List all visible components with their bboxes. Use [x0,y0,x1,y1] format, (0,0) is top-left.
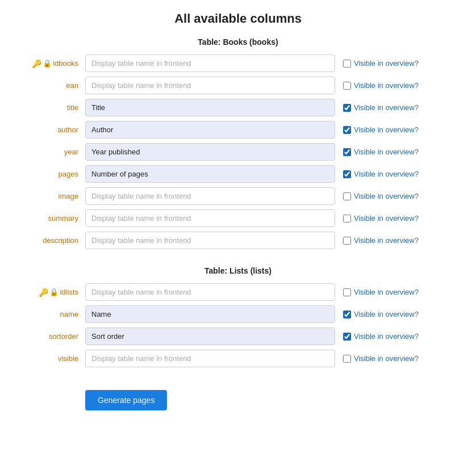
column-input-wrapper-visible [85,350,335,367]
books-section-title: Table: Books (books) [11,37,465,47]
column-input-wrapper-idbooks [85,54,335,72]
table-row: eanVisible in overview? [11,77,465,94]
column-input-wrapper-sortorder [85,328,335,345]
column-input-wrapper-ean [85,77,335,94]
table-row: authorVisible in overview? [11,121,465,139]
visible-checkbox-author[interactable] [343,126,351,134]
visible-checkbox-wrapper-visible: Visible in overview? [343,354,434,363]
column-input-idbooks[interactable] [85,54,335,72]
label-text: idbooks [53,59,78,68]
table-row: titleVisible in overview? [11,99,465,116]
table-row: visibleVisible in overview? [11,350,465,367]
column-input-image[interactable] [85,187,335,205]
column-label-name: name [11,310,85,318]
table-row: imageVisible in overview? [11,187,465,205]
column-input-pages[interactable] [85,165,335,183]
column-label-image: image [11,192,85,200]
lock-icon: 🔒 [49,288,59,296]
column-input-description[interactable] [85,232,335,249]
visible-label-summary: Visible in overview? [354,214,419,223]
visible-label-author: Visible in overview? [354,125,419,134]
visible-checkbox-idbooks[interactable] [343,60,351,68]
column-input-name[interactable] [85,305,335,323]
visible-label-idlists: Visible in overview? [354,288,419,296]
column-input-wrapper-title [85,99,335,116]
column-input-title[interactable] [85,99,335,116]
visible-label-sortorder: Visible in overview? [354,332,419,341]
column-label-sortorder: sortorder [11,332,85,341]
generate-button[interactable]: Generate pages [85,390,167,410]
visible-checkbox-wrapper-image: Visible in overview? [343,192,434,200]
visible-checkbox-pages[interactable] [343,170,351,178]
visible-checkbox-ean[interactable] [343,82,351,90]
visible-checkbox-title[interactable] [343,104,351,112]
key-icon: 🔑 [39,288,48,297]
column-label-ean: ean [11,81,85,90]
table-row: 🔑🔒idlistsVisible in overview? [11,283,465,301]
lists-section: Table: Lists (lists) 🔑🔒idlistsVisible in… [11,266,465,367]
visible-label-description: Visible in overview? [354,236,419,245]
visible-label-image: Visible in overview? [354,192,419,200]
visible-checkbox-summary[interactable] [343,215,351,223]
visible-checkbox-wrapper-author: Visible in overview? [343,125,434,134]
visible-checkbox-wrapper-ean: Visible in overview? [343,81,434,90]
table-row: 🔑🔒idbooksVisible in overview? [11,54,465,72]
table-row: nameVisible in overview? [11,305,465,323]
column-input-wrapper-name [85,305,335,323]
visible-checkbox-name[interactable] [343,310,351,318]
column-input-wrapper-idlists [85,283,335,301]
column-label-author: author [11,125,85,134]
column-input-author[interactable] [85,121,335,139]
visible-checkbox-image[interactable] [343,192,351,200]
table-row: sortorderVisible in overview? [11,328,465,345]
column-label-pages: pages [11,170,85,178]
column-input-wrapper-summary [85,209,335,227]
visible-label-year: Visible in overview? [354,148,419,156]
column-input-wrapper-description [85,232,335,249]
visible-checkbox-wrapper-sortorder: Visible in overview? [343,332,434,341]
column-input-wrapper-pages [85,165,335,183]
visible-checkbox-wrapper-pages: Visible in overview? [343,170,434,178]
lock-icon: 🔒 [43,59,52,68]
visible-checkbox-idlists[interactable] [343,288,351,296]
column-label-idbooks: 🔑🔒idbooks [11,59,85,68]
column-input-sortorder[interactable] [85,328,335,345]
table-row: yearVisible in overview? [11,143,465,161]
visible-checkbox-wrapper-summary: Visible in overview? [343,214,434,223]
column-label-title: title [11,103,85,112]
visible-checkbox-wrapper-title: Visible in overview? [343,103,434,112]
column-label-summary: summary [11,214,85,223]
table-row: summaryVisible in overview? [11,209,465,227]
visible-checkbox-sortorder[interactable] [343,333,351,341]
visible-label-name: Visible in overview? [354,310,419,318]
label-text: idlists [60,288,78,296]
table-row: pagesVisible in overview? [11,165,465,183]
visible-checkbox-year[interactable] [343,148,351,156]
column-input-ean[interactable] [85,77,335,94]
column-label-description: description [11,236,85,245]
table-row: descriptionVisible in overview? [11,232,465,249]
column-input-year[interactable] [85,143,335,161]
visible-label-pages: Visible in overview? [354,170,419,178]
visible-checkbox-wrapper-year: Visible in overview? [343,148,434,156]
column-input-summary[interactable] [85,209,335,227]
visible-label-title: Visible in overview? [354,103,419,112]
column-input-wrapper-year [85,143,335,161]
visible-checkbox-wrapper-idbooks: Visible in overview? [343,59,434,68]
visible-label-visible: Visible in overview? [354,354,419,363]
column-input-wrapper-author [85,121,335,139]
visible-label-ean: Visible in overview? [354,81,419,90]
column-label-idlists: 🔑🔒idlists [11,288,85,297]
column-input-visible[interactable] [85,350,335,367]
lists-section-title: Table: Lists (lists) [11,266,465,275]
visible-checkbox-wrapper-idlists: Visible in overview? [343,288,434,296]
key-icon: 🔑 [32,59,41,68]
column-label-year: year [11,148,85,156]
column-input-wrapper-image [85,187,335,205]
visible-checkbox-description[interactable] [343,237,351,245]
visible-checkbox-wrapper-description: Visible in overview? [343,236,434,245]
visible-checkbox-visible[interactable] [343,355,351,363]
page-title: All available columns [11,11,465,26]
column-input-idlists[interactable] [85,283,335,301]
visible-label-idbooks: Visible in overview? [354,59,419,68]
